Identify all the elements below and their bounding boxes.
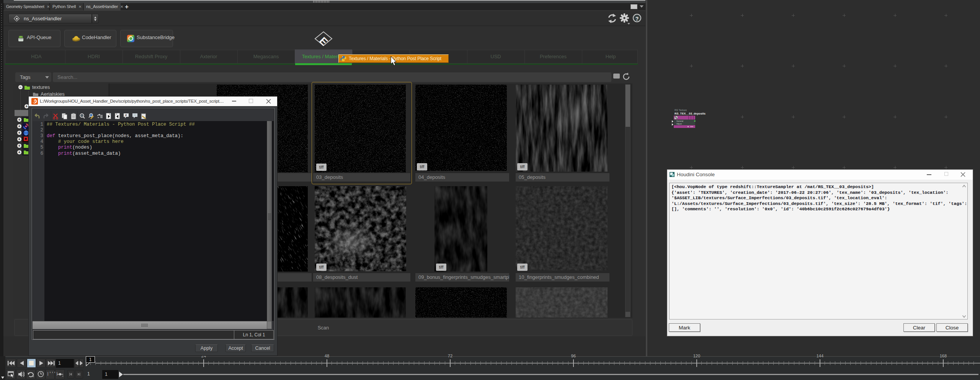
svg-text:5: 5 [116,113,117,115]
svg-text:#: # [125,113,127,117]
svg-text:5: 5 [109,113,110,115]
